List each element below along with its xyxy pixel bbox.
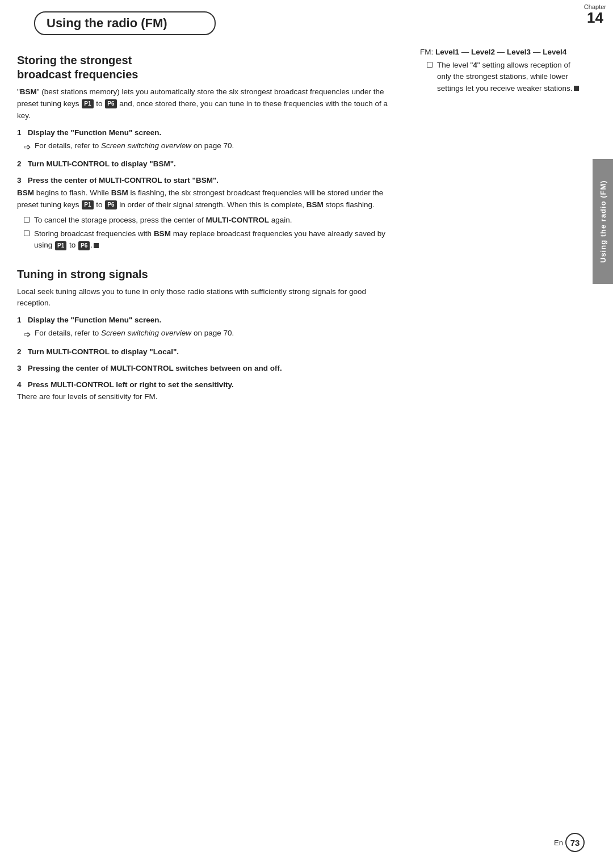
square-bullet-icon-2 xyxy=(24,230,30,236)
badge-p1-intro: P1 xyxy=(82,99,93,108)
right-column: FM: Level1 — Level2 — Level3 — Level4 Th… xyxy=(414,43,585,406)
bsm-sq-bullet-2: Storing broadcast frequencies with BSM m… xyxy=(24,228,397,251)
badge-p1-step3: P1 xyxy=(82,200,93,209)
chapter-number: 14 xyxy=(587,10,603,25)
badge-p6-step3: P6 xyxy=(105,200,116,209)
dash3: — xyxy=(531,48,543,56)
bsm-step1-bullet: ➩ For details, refer to Screen switching… xyxy=(24,140,397,154)
dash1: — xyxy=(459,48,471,56)
tuning-intro: Local seek tuning allows you to tune in … xyxy=(17,286,397,310)
fm-prefix: FM: xyxy=(420,48,435,56)
bsm-step3-heading: 3 Press the center of MULTI-CONTROL to s… xyxy=(17,175,397,186)
tuning-step2-heading: 2 Turn MULTI-CONTROL to display "Local". xyxy=(17,347,397,358)
section-tuning-title: Tuning in strong signals xyxy=(17,267,397,282)
bsm-step1-text: For details, refer to Screen switching o… xyxy=(35,140,397,152)
section-bsm-title: Storing the strongestbroadcast frequenci… xyxy=(17,53,397,82)
badge-p6-sq2: P6 xyxy=(78,241,90,250)
footer-en-label: En xyxy=(554,838,563,847)
level2-label: Level2 xyxy=(471,48,495,56)
right-bullet-text: The level "4" setting allows reception o… xyxy=(437,60,585,94)
square-bullet-icon-1 xyxy=(24,217,30,223)
arrow-icon-2: ➩ xyxy=(24,328,31,341)
header-title: Using the radio (FM) xyxy=(47,16,167,30)
bsm-intro: "BSM" (best stations memory) lets you au… xyxy=(17,86,397,122)
dash2: — xyxy=(495,48,507,56)
bsm-step1-heading: 1 Display the "Function Menu" screen. xyxy=(17,128,397,139)
side-tab-label: Using the radio (FM) xyxy=(593,159,613,284)
page-footer: En 73 xyxy=(0,833,613,852)
tuning-step1-text: For details, refer to Screen switching o… xyxy=(35,328,397,339)
tuning-step1-heading: 1 Display the "Function Menu" screen. xyxy=(17,315,397,326)
badge-p1-sq2: P1 xyxy=(55,241,66,250)
tuning-step4-body: There are four levels of sensitivity for… xyxy=(17,391,397,403)
left-column: Storing the strongestbroadcast frequenci… xyxy=(17,43,414,406)
badge-p6-intro: P6 xyxy=(105,99,116,108)
level3-label: Level3 xyxy=(507,48,531,56)
level4-label: Level4 xyxy=(543,48,566,56)
tuning-step1-bullet: ➩ For details, refer to Screen switching… xyxy=(24,328,397,341)
header-bar: Using the radio (FM) xyxy=(34,11,216,35)
bsm-sq-bullet-1: To cancel the storage process, press the… xyxy=(24,215,397,226)
fm-level-heading: FM: Level1 — Level2 — Level3 — Level4 xyxy=(420,48,585,56)
end-square-bsm xyxy=(94,243,99,248)
chapter-tab: Chapter 14 xyxy=(577,0,613,27)
arrow-icon-1: ➩ xyxy=(24,141,31,154)
tuning-step3-heading: 3 Pressing the center of MULTI-CONTROL s… xyxy=(17,363,397,374)
bsm-sq-text-1: To cancel the storage process, press the… xyxy=(34,215,397,226)
square-bullet-icon-right xyxy=(427,62,433,68)
right-sq-bullet: The level "4" setting allows reception o… xyxy=(427,60,585,94)
footer-page-number: 73 xyxy=(565,833,585,852)
level1-label: Level1 xyxy=(435,48,459,56)
bsm-step3-body: BSM begins to flash. While BSM is flashi… xyxy=(17,187,397,211)
bsm-sq-text-2: Storing broadcast frequencies with BSM m… xyxy=(34,228,397,251)
bsm-step2-heading: 2 Turn MULTI-CONTROL to display "BSM". xyxy=(17,159,397,170)
end-square-right xyxy=(574,86,579,91)
tuning-step4-heading: 4 Press MULTI-CONTROL left or right to s… xyxy=(17,380,397,391)
